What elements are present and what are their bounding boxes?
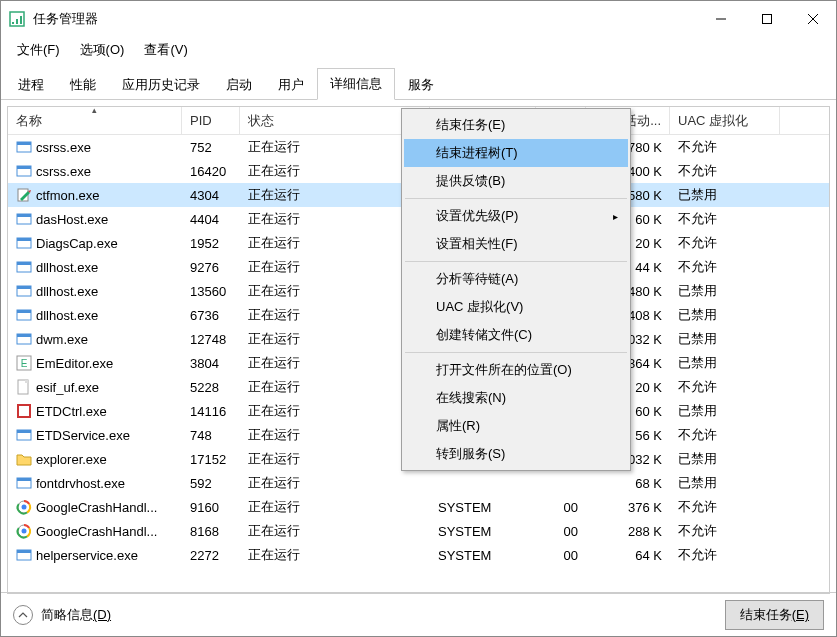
menu-file[interactable]: 文件(F) (9, 38, 68, 62)
ctx-open-location[interactable]: 打开文件所在的位置(O) (404, 356, 628, 384)
menu-options[interactable]: 选项(O) (72, 38, 133, 62)
cell-uac: 不允许 (670, 258, 780, 276)
cell-name: helperservice.exe (8, 547, 182, 563)
table-row[interactable]: fontdrvhost.exe592正在运行68 K已禁用 (8, 471, 829, 495)
process-name: explorer.exe (36, 452, 107, 467)
ctx-end-task[interactable]: 结束任务(E) (404, 111, 628, 139)
submenu-arrow-icon: ▸ (613, 211, 618, 222)
svg-rect-14 (17, 214, 31, 217)
process-icon: E (16, 355, 32, 371)
process-name: ctfmon.exe (36, 188, 100, 203)
col-uac[interactable]: UAC 虚拟化 (670, 107, 780, 134)
cell-uac: 已禁用 (670, 282, 780, 300)
process-name: dasHost.exe (36, 212, 108, 227)
cell-name: ETDCtrl.exe (8, 403, 182, 419)
cell-pid: 1952 (182, 236, 240, 251)
tab-users[interactable]: 用户 (265, 69, 317, 100)
cell-pid: 2272 (182, 548, 240, 563)
process-icon (16, 379, 32, 395)
ctx-properties[interactable]: 属性(R) (404, 412, 628, 440)
cell-status: 正在运行 (240, 474, 430, 492)
ctx-goto-service[interactable]: 转到服务(S) (404, 440, 628, 468)
cell-pid: 752 (182, 140, 240, 155)
ctx-wait-chain[interactable]: 分析等待链(A) (404, 265, 628, 293)
maximize-button[interactable] (744, 1, 790, 37)
cell-status: 正在运行 (240, 522, 430, 540)
ctx-feedback[interactable]: 提供反馈(B) (404, 167, 628, 195)
tab-processes[interactable]: 进程 (5, 69, 57, 100)
ctx-separator (405, 261, 627, 262)
window-controls (698, 1, 836, 37)
process-name: csrss.exe (36, 140, 91, 155)
process-icon (16, 475, 32, 491)
ctx-search-online[interactable]: 在线搜索(N) (404, 384, 628, 412)
process-icon (16, 499, 32, 515)
ctx-create-dump[interactable]: 创建转储文件(C) (404, 321, 628, 349)
cell-cpu: 00 (536, 548, 586, 563)
cell-mem: 68 K (586, 476, 670, 491)
cell-pid: 9276 (182, 260, 240, 275)
process-name: GoogleCrashHandl... (36, 500, 157, 515)
cell-uac: 已禁用 (670, 306, 780, 324)
col-name[interactable]: ▴名称 (8, 107, 182, 134)
minimize-button[interactable] (698, 1, 744, 37)
sort-indicator-icon: ▴ (92, 107, 97, 115)
cell-pid: 5228 (182, 380, 240, 395)
svg-point-36 (22, 505, 27, 510)
cell-pid: 9160 (182, 500, 240, 515)
cell-cpu: 00 (536, 524, 586, 539)
cell-uac: 不允许 (670, 378, 780, 396)
cell-user: SYSTEM (430, 524, 536, 539)
process-icon (16, 235, 32, 251)
cell-uac: 已禁用 (670, 330, 780, 348)
cell-uac: 已禁用 (670, 450, 780, 468)
tab-startup[interactable]: 启动 (213, 69, 265, 100)
process-icon (16, 139, 32, 155)
process-icon (16, 523, 32, 539)
cell-name: dllhost.exe (8, 259, 182, 275)
col-name-label: 名称 (16, 112, 42, 130)
cell-cpu: 00 (536, 500, 586, 515)
process-name: dllhost.exe (36, 308, 98, 323)
process-name: dllhost.exe (36, 260, 98, 275)
process-icon (16, 451, 32, 467)
tab-strip: 进程 性能 应用历史记录 启动 用户 详细信息 服务 (1, 67, 836, 100)
col-pid[interactable]: PID (182, 107, 240, 134)
process-icon (16, 403, 32, 419)
app-icon (9, 11, 25, 27)
svg-rect-32 (17, 430, 31, 433)
cell-name: EEmEditor.exe (8, 355, 182, 371)
content-area: ▴名称 PID 状态 用户名 CPU 内存(活动... UAC 虚拟化 csrs… (1, 100, 836, 594)
table-row[interactable]: helperservice.exe2272正在运行SYSTEM0064 K不允许 (8, 543, 829, 567)
cell-status: 正在运行 (240, 546, 430, 564)
cell-uac: 不允许 (670, 522, 780, 540)
process-icon (16, 331, 32, 347)
cell-pid: 4304 (182, 188, 240, 203)
table-row[interactable]: GoogleCrashHandl...9160正在运行SYSTEM00376 K… (8, 495, 829, 519)
tab-performance[interactable]: 性能 (57, 69, 109, 100)
table-row[interactable]: GoogleCrashHandl...8168正在运行SYSTEM00288 K… (8, 519, 829, 543)
close-button[interactable] (790, 1, 836, 37)
titlebar: 任务管理器 (1, 1, 836, 37)
ctx-priority[interactable]: 设置优先级(P)▸ (404, 202, 628, 230)
ctx-uac-virt[interactable]: UAC 虚拟化(V) (404, 293, 628, 321)
process-name: fontdrvhost.exe (36, 476, 125, 491)
cell-pid: 8168 (182, 524, 240, 539)
cell-mem: 376 K (586, 500, 670, 515)
process-icon (16, 211, 32, 227)
svg-rect-30 (19, 406, 29, 416)
ctx-end-tree[interactable]: 结束进程树(T) (404, 139, 628, 167)
cell-uac: 不允许 (670, 498, 780, 516)
tab-services[interactable]: 服务 (395, 69, 447, 100)
end-task-button[interactable]: 结束任务(E) (725, 600, 824, 630)
cell-name: GoogleCrashHandl... (8, 499, 182, 515)
tab-details[interactable]: 详细信息 (317, 68, 395, 100)
tab-app-history[interactable]: 应用历史记录 (109, 69, 213, 100)
process-name: ETDCtrl.exe (36, 404, 107, 419)
ctx-affinity[interactable]: 设置相关性(F) (404, 230, 628, 258)
menu-view[interactable]: 查看(V) (136, 38, 195, 62)
detail-toggle[interactable]: 简略信息(D) (13, 605, 111, 625)
svg-rect-16 (17, 238, 31, 241)
process-name: csrss.exe (36, 164, 91, 179)
cell-pid: 14116 (182, 404, 240, 419)
